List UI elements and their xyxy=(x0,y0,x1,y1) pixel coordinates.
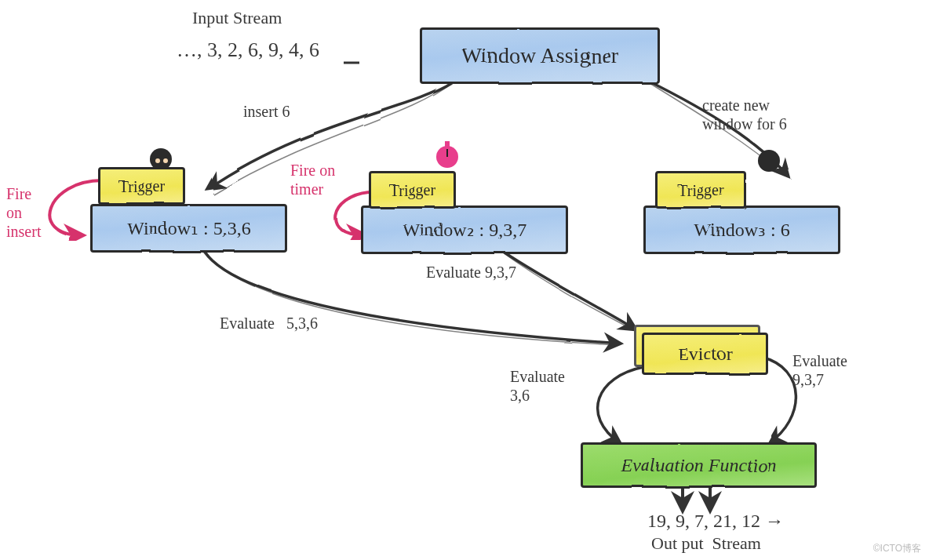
window1-label: Window₁ : 5,3,6 xyxy=(93,206,285,250)
window2-label: Window₂ : 9,3,7 xyxy=(363,208,566,252)
trigger2-box: Trigger xyxy=(369,171,456,209)
evictor-label: Evictor xyxy=(644,335,766,373)
window-assigner-label: Window Assigner xyxy=(422,30,658,82)
svg-rect-4 xyxy=(445,141,450,147)
input-stream-values: …, 3, 2, 6, 9, 4, 6 xyxy=(177,38,319,62)
trigger1-label: Trigger xyxy=(100,169,183,202)
evaluate-36: Evaluate 3,6 xyxy=(510,367,565,405)
svg-point-6 xyxy=(758,150,780,172)
output-values: 19, 9, 7, 21, 12 → xyxy=(647,510,784,533)
trigger1-box: Trigger xyxy=(98,167,185,205)
svg-point-1 xyxy=(155,158,160,163)
input-stream-title: Input Stream xyxy=(192,8,282,28)
evaluate-937-right: Evaluate 9,3,7 xyxy=(792,351,847,389)
watermark: ©ICTO博客 xyxy=(873,542,921,555)
trigger3-label: Trigger xyxy=(658,173,744,206)
window-assigner-box: Window Assigner xyxy=(420,27,660,84)
window2-box: Window₂ : 9,3,7 xyxy=(361,205,568,254)
edge-create-new-label: create new window for 6 xyxy=(702,96,787,133)
trigger3-box: Trigger xyxy=(655,171,746,209)
evictor-box: Evictor xyxy=(642,333,768,375)
output-title: Out put Stream xyxy=(651,533,761,554)
evaluation-function-box: Evaluation Function xyxy=(581,442,817,488)
svg-point-2 xyxy=(163,158,168,163)
fire-on-timer-label: Fire on timer xyxy=(290,161,335,198)
evaluate-536: Evaluate 5,3,6 xyxy=(220,314,318,333)
window3-box: Window₃ : 6 xyxy=(643,205,840,254)
svg-point-3 xyxy=(436,146,458,168)
edge-insert6-label: insert 6 xyxy=(243,102,290,121)
window3-label: Window₃ : 6 xyxy=(646,208,838,252)
fire-on-insert-label: Fire on insert xyxy=(6,184,41,241)
diagram-canvas: Input Stream …, 3, 2, 6, 9, 4, 6 Window … xyxy=(0,0,929,560)
window1-box: Window₁ : 5,3,6 xyxy=(90,204,287,253)
evaluation-function-label: Evaluation Function xyxy=(583,445,814,485)
evaluate-937-top: Evaluate 9,3,7 xyxy=(426,263,516,282)
trigger2-label: Trigger xyxy=(371,173,454,206)
